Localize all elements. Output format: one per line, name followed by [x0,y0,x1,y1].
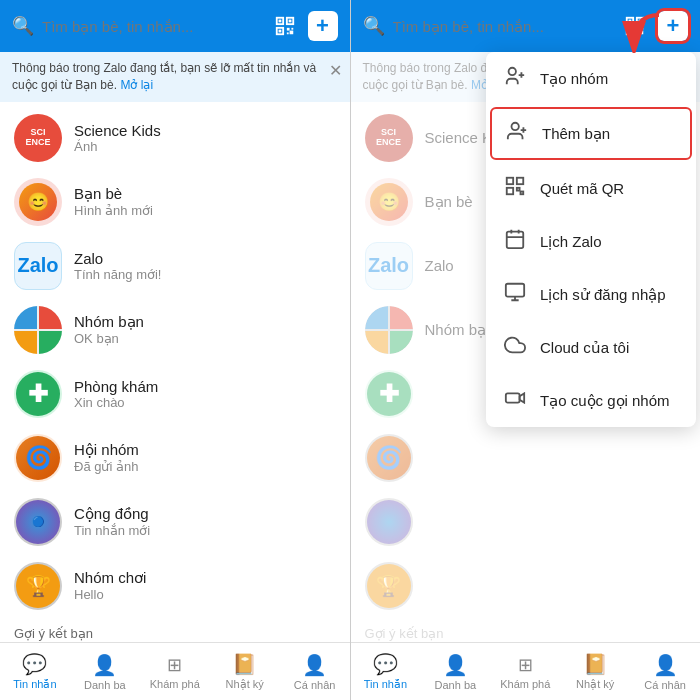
list-item[interactable]: 😊 Bạn bè Hình ảnh mới [0,170,350,234]
avatar: ✚ [14,370,62,418]
list-item[interactable]: 🏆 Nhóm chơi Hello [0,554,350,618]
contacts-icon: 👤 [92,653,117,677]
plus-button-right[interactable]: + [658,11,688,41]
contact-info: Nhóm bạn OK bạn [74,313,336,346]
svg-rect-28 [507,188,513,194]
list-item[interactable]: Nhóm bạn OK bạn [0,298,350,362]
nav-label-contacts-right: Danh ba [435,679,477,691]
dropdown-item-group-call[interactable]: Tạo cuộc gọi nhóm [486,374,696,427]
svg-rect-15 [629,30,632,33]
nav-item-messages-right[interactable]: 💬 Tin nhắn [351,648,421,695]
svg-rect-3 [288,20,291,23]
nav-item-profile-left[interactable]: 👤 Cá nhân [280,649,350,695]
nav-item-diary-left[interactable]: 📔 Nhật ký [210,648,280,695]
avatar: 🔵 [14,498,62,546]
svg-rect-13 [639,20,642,23]
notif-link-left[interactable]: Mở lại [120,78,153,92]
nav-item-contacts-right[interactable]: 👤 Danh ba [420,649,490,695]
svg-rect-1 [278,20,281,23]
group-call-icon [504,387,526,414]
nav-label-diary-right: Nhật ký [576,678,614,691]
contact-msg: Ảnh [74,139,336,154]
contact-msg: Đã gửi ảnh [74,459,336,474]
list-item[interactable]: 🔵 Cộng đồng Tin nhắn mới [0,490,350,554]
right-header: 🔍 + [351,0,701,52]
search-icon-right: 🔍 [363,15,385,37]
svg-rect-9 [289,31,293,35]
svg-rect-6 [286,28,289,31]
explore-icon: ⊞ [167,654,182,676]
qr-icon-left[interactable] [270,11,300,41]
search-input-left[interactable] [42,18,262,35]
contact-name: Bạn bè [74,185,336,203]
create-group-icon [504,65,526,92]
svg-rect-30 [521,192,524,195]
contact-info: Cộng đồng Tin nhắn mới [74,505,336,538]
contact-name: Zalo [74,250,336,267]
messages-icon: 💬 [22,652,47,676]
contact-name: Nhóm chơi [74,569,336,587]
notif-text-left: Thông báo trong Zalo đang tắt, bạn sẽ lỡ… [12,61,316,92]
dropdown-item-calendar[interactable]: Lịch Zalo [486,215,696,268]
nav-label-messages: Tin nhắn [13,678,56,691]
search-input-right[interactable] [393,18,613,35]
nav-item-diary-right[interactable]: 📔 Nhật ký [560,648,630,695]
list-item[interactable]: 🌀 Hội nhóm Đã gửi ảnh [0,426,350,490]
contact-info: Bạn bè Hình ảnh mới [74,185,336,218]
bottom-nav-right: 💬 Tin nhắn 👤 Danh ba ⊞ Khám phá 📔 Nhật k… [351,642,701,700]
list-item[interactable]: SCIENCE Science Kids Ảnh [0,106,350,170]
nav-label-contacts: Danh ba [84,679,126,691]
contact-info: Zalo Tính năng mới! [74,250,336,282]
profile-icon: 👤 [302,653,327,677]
nav-item-profile-right[interactable]: 👤 Cá nhân [630,649,700,695]
nav-label-profile-right: Cá nhân [644,679,686,691]
diary-icon-right: 📔 [583,652,608,676]
contact-info: Science Kids Ảnh [74,122,336,154]
avatar [14,306,62,354]
svg-rect-5 [278,30,281,33]
qr-icon-right[interactable] [620,11,650,41]
svg-rect-17 [641,28,643,30]
dropdown-item-scan-qr[interactable]: Quét mã QR [486,162,696,215]
list-item: 🌀 [351,426,701,490]
dropdown-item-create-group[interactable]: Tạo nhóm [486,52,696,105]
notif-close-left[interactable]: ✕ [329,60,342,82]
nav-item-contacts-left[interactable]: 👤 Danh ba [70,649,140,695]
plus-button-left[interactable]: + [308,11,338,41]
svg-rect-35 [506,284,524,297]
nav-label-profile: Cá nhân [294,679,336,691]
dropdown-item-add-friend[interactable]: Thêm bạn [490,107,692,160]
contact-name: Hội nhóm [74,441,336,459]
contact-msg: Xin chào [74,395,336,410]
contact-info: Hội nhóm Đã gửi ảnh [74,441,336,474]
avatar [365,306,413,354]
nav-label-explore-right: Khám phá [500,678,550,690]
dropdown-label-create-group: Tạo nhóm [540,70,608,88]
nav-item-messages-left[interactable]: 💬 Tin nhắn [0,648,70,695]
contact-name: Nhóm bạn [74,313,336,331]
list-item[interactable]: Zalo Zalo Tính năng mới! [0,234,350,298]
contact-list-left: SCIENCE Science Kids Ảnh 😊 Bạn bè Hình ả… [0,102,350,642]
avatar [365,498,413,546]
contact-msg: Tính năng mới! [74,267,336,282]
svg-rect-38 [506,393,520,402]
svg-rect-27 [517,178,523,184]
svg-point-23 [512,123,519,130]
nav-item-explore-right[interactable]: ⊞ Khám phá [490,650,560,694]
dropdown-label-scan-qr: Quét mã QR [540,180,624,197]
contact-name: Science Kids [74,122,336,139]
list-item[interactable]: ✚ Phòng khám Xin chào [0,362,350,426]
right-panel: 🔍 + [351,0,701,700]
nav-label-explore: Khám phá [150,678,200,690]
contacts-icon-right: 👤 [443,653,468,677]
svg-rect-11 [629,20,632,23]
dropdown-item-cloud[interactable]: Cloud của tôi [486,321,696,374]
nav-label-messages-right: Tin nhắn [364,678,407,691]
add-friend-icon [506,120,528,147]
dropdown-item-login-history[interactable]: Lịch sử đăng nhập [486,268,696,321]
left-panel: 🔍 + Thông báo trong Zalo đang tắt, bạn s… [0,0,350,700]
avatar: 🌀 [14,434,62,482]
avatar: 🏆 [14,562,62,610]
nav-item-explore-left[interactable]: ⊞ Khám phá [140,650,210,694]
scan-qr-icon [504,175,526,202]
